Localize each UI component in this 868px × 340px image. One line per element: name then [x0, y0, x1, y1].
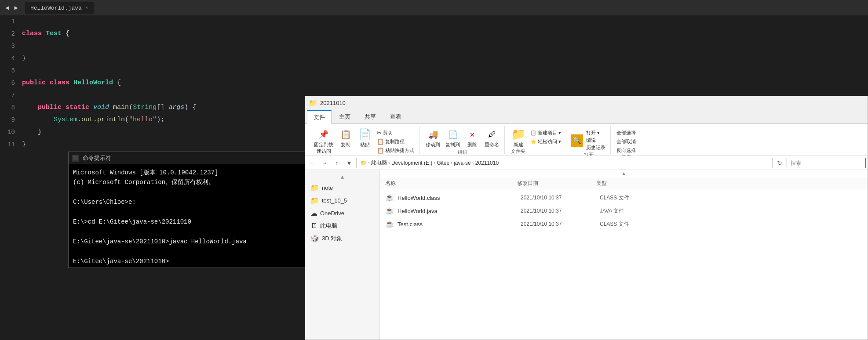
recent-locations-button[interactable]: ▼	[344, 158, 354, 168]
copy-button[interactable]: 📋 复制	[337, 127, 354, 149]
editor-tab-bar: ◀ ▶ HelloWorld.java ×	[0, 0, 868, 15]
col-header-type[interactable]: 类型	[596, 180, 649, 187]
rename-icon: 🖊	[486, 128, 498, 141]
nav-item-3dobjects-label: 3D 对象	[322, 235, 342, 242]
test-class-date: 2021/10/10 10:37	[521, 221, 600, 227]
properties-icon: 🔍	[571, 134, 583, 147]
code-line-2: 2 class Test {	[0, 28, 868, 40]
file-rows: ☕ HelloWorld.class 2021/10/10 10:37 CLAS…	[380, 189, 868, 232]
up-button[interactable]: ↑	[332, 158, 342, 168]
deselect-all-label: 全部取消	[616, 138, 636, 145]
cmd-window: ⬛ 命令提示符 Microsoft Windows [版本 10.0.19042…	[68, 152, 306, 268]
cut-label: 剪切	[383, 130, 393, 136]
path-part-folder: 20211010	[475, 160, 499, 166]
cmd-title-text: 命令提示符	[83, 154, 111, 162]
sidebar-navigation: ▲ 📁 note 📁 test_10_5 ☁ OneDrive 🖥 此电脑 🎲 …	[305, 170, 380, 340]
scroll-up-arrow[interactable]: ▲	[305, 174, 379, 181]
select-all-button[interactable]: 全部选择	[615, 129, 637, 137]
forward-button[interactable]: →	[319, 158, 330, 168]
pin-to-quickaccess-button[interactable]: 📌 固定到快速访问	[312, 127, 335, 156]
select-buttons: 全部选择 全部取消 反向选择	[615, 126, 637, 154]
sidebar-item-3dobjects[interactable]: 🎲 3D 对象	[305, 232, 379, 245]
explorer-main: ▲ 📁 note 📁 test_10_5 ☁ OneDrive 🖥 此电脑 🎲 …	[305, 170, 868, 340]
copy-path-button[interactable]: 📋 复制路径	[376, 138, 416, 145]
editor-tab-helloworld[interactable]: HelloWorld.java ×	[25, 2, 94, 14]
new-folder-icon: 📁	[512, 128, 525, 141]
helloworld-java-date: 2021/10/10 10:37	[521, 208, 600, 214]
delete-label: 删除	[467, 141, 477, 148]
nav-back-arrow[interactable]: ◀	[4, 3, 11, 12]
new-folder-button[interactable]: 📁 新建文件夹	[509, 127, 527, 156]
nav-item-test105-label: test_10_5	[322, 197, 347, 204]
move-to-button[interactable]: 🚚 移动到	[424, 127, 442, 149]
easy-access-button[interactable]: ⭐ 轻松访问 ▾	[529, 138, 562, 145]
edit-button[interactable]: 编辑	[585, 137, 607, 144]
new-item-button[interactable]: 📋 新建项目 ▾	[529, 129, 562, 137]
helloworld-class-name: HelloWorld.class	[398, 195, 521, 201]
explorer-window-title: 20211010	[320, 100, 346, 106]
history-button[interactable]: 历史记录	[585, 144, 607, 152]
ribbon-tab-view[interactable]: 查看	[383, 110, 408, 123]
col-header-date[interactable]: 修改日期	[517, 180, 596, 187]
paste-icon: 📄	[359, 128, 371, 141]
cut-button[interactable]: ✂ 剪切	[376, 129, 416, 137]
onedrive-icon: ☁	[310, 209, 317, 217]
open-button[interactable]: 打开 ▾	[585, 129, 607, 137]
cmd-output[interactable]: Microsoft Windows [版本 10.0.19042.1237] (…	[69, 164, 305, 270]
delete-button[interactable]: ✕ 删除	[463, 127, 481, 149]
code-line-6: 6 public class HelloWorld {	[0, 77, 868, 89]
cmd-line-3	[73, 188, 301, 197]
test-class-type: CLASS 文件	[600, 221, 653, 228]
copy-to-button[interactable]: 📄 复制到	[444, 127, 462, 149]
nav-forward-arrow[interactable]: ▶	[12, 3, 19, 12]
col-header-name[interactable]: 名称	[385, 180, 517, 187]
nav-item-note-label: note	[322, 184, 333, 191]
address-path[interactable]: 📁 › 此电脑 › Development (E:) › Gitee › jav…	[356, 158, 773, 168]
sidebar-item-onedrive[interactable]: ☁ OneDrive	[305, 207, 379, 220]
paste-label: 粘贴	[360, 141, 370, 148]
explorer-window: 📁 20211010 文件 主页 共享 查看 📌 固定到快速访问	[305, 96, 868, 340]
deselect-all-button[interactable]: 全部取消	[615, 138, 637, 145]
sidebar-item-test105[interactable]: 📁 test_10_5	[305, 194, 379, 207]
code-line-3: 3	[0, 40, 868, 52]
code-line-1: 1	[0, 15, 868, 28]
paste-shortcut-button[interactable]: 📋 粘贴快捷方式	[376, 147, 416, 154]
open-label: 打开 ▾	[586, 130, 600, 136]
refresh-button[interactable]: ↻	[774, 158, 785, 168]
test-class-name: Test.class	[398, 221, 521, 228]
paste-button[interactable]: 📄 粘贴	[356, 127, 374, 149]
cmd-line-2: (c) Microsoft Corporation。保留所有权利。	[73, 177, 301, 187]
ribbon-tabs: 文件 主页 共享 查看	[305, 110, 868, 124]
ribbon-tab-file[interactable]: 文件	[307, 110, 332, 124]
tab-filename: HelloWorld.java	[30, 5, 82, 11]
cmd-titlebar: ⬛ 命令提示符	[69, 152, 305, 164]
tab-close-button[interactable]: ×	[85, 5, 88, 11]
ribbon-tab-share[interactable]: 共享	[358, 110, 383, 123]
test-class-icon: ☕	[385, 220, 394, 228]
sidebar-item-note[interactable]: 📁 note	[305, 181, 379, 194]
address-bar: ← → ↑ ▼ 📁 › 此电脑 › Development (E:) › Git…	[305, 156, 868, 170]
file-row-test-class[interactable]: ☕ Test.class 2021/10/10 10:37 CLASS 文件	[380, 217, 868, 231]
move-icon: 🚚	[427, 128, 439, 141]
edit-label: 编辑	[586, 137, 596, 144]
new-folder-label: 新建文件夹	[511, 141, 525, 155]
rename-label: 重命名	[485, 141, 499, 148]
paste-shortcut-icon: 📋	[377, 147, 384, 154]
sidebar-item-thispc[interactable]: 🖥 此电脑	[305, 220, 379, 232]
search-input[interactable]	[787, 158, 866, 168]
paste-shortcut-label: 粘贴快捷方式	[385, 147, 414, 154]
file-row-helloworld-class[interactable]: ☕ HelloWorld.class 2021/10/10 10:37 CLAS…	[380, 191, 868, 204]
code-line-4: 4 }	[0, 52, 868, 65]
back-button[interactable]: ←	[307, 158, 317, 168]
thispc-icon: 🖥	[310, 222, 317, 230]
file-row-helloworld-java[interactable]: ☕ HelloWorld.java 2021/10/10 10:37 JAVA …	[380, 204, 868, 217]
cmd-line-8: E:\Gitee\java-se\20211010>javac HelloWor…	[73, 237, 301, 246]
invert-selection-button[interactable]: 反向选择	[615, 147, 637, 154]
ribbon-group-open: 🔍 打开 ▾ 编辑 历史记录	[567, 126, 611, 154]
copy-path-icon: 📋	[377, 138, 384, 145]
rename-button[interactable]: 🖊 重命名	[483, 127, 501, 149]
ribbon-tab-home[interactable]: 主页	[332, 110, 357, 123]
file-list-area: ▲ 名称 修改日期 类型 ☕ HelloWorld.class 2021/10/…	[380, 170, 868, 340]
helloworld-class-date: 2021/10/10 10:37	[521, 195, 600, 201]
file-list-scroll-up[interactable]: ▲	[380, 170, 868, 178]
